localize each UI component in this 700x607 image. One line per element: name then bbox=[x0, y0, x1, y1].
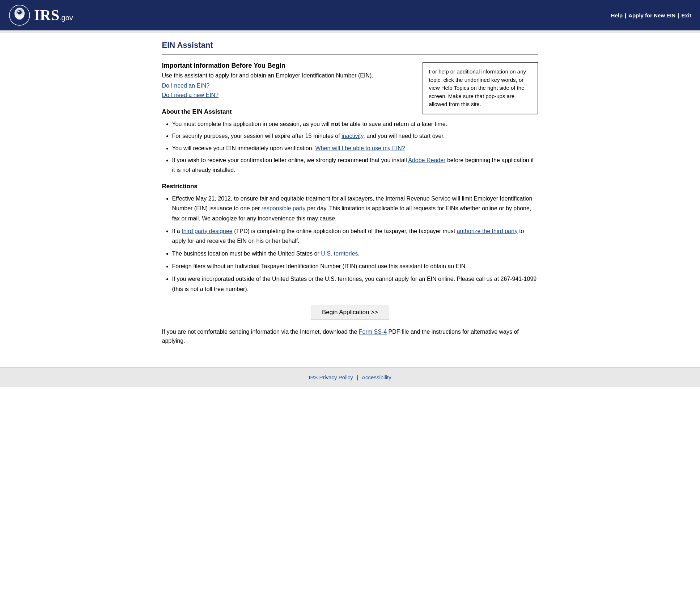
bullet-text-2a: For security purposes, your session will… bbox=[172, 133, 342, 139]
exit-link[interactable]: Exit bbox=[681, 12, 691, 18]
about-section: About the EIN Assistant You must complet… bbox=[162, 108, 538, 175]
adobe-reader-link[interactable]: Adobe Reader bbox=[408, 157, 445, 163]
bullet-text-2b: , and you will need to start over. bbox=[363, 133, 445, 139]
restrict-text-4: Foreign filers without an Individual Tax… bbox=[172, 263, 467, 269]
accessibility-link[interactable]: Accessibility bbox=[362, 374, 391, 380]
restrict-text-3a: The business location must be within the… bbox=[172, 250, 321, 257]
bullet-text-1b: be able to save and return at a later ti… bbox=[340, 121, 447, 127]
restrict-text-2a: If a bbox=[172, 228, 182, 234]
irs-eagle-icon bbox=[9, 4, 30, 26]
restrictions-list: Effective May 21, 2012, to ensure fair a… bbox=[172, 194, 538, 294]
bullet-text-4a: If you wish to receive your confirmation… bbox=[172, 157, 408, 163]
restrict-text-3b: . bbox=[358, 250, 360, 257]
list-item: If a third party designee (TPD) is compl… bbox=[172, 226, 538, 246]
footer-note: If you are not comfortable sending infor… bbox=[162, 327, 538, 346]
responsible-party-link[interactable]: responsible party bbox=[262, 205, 306, 211]
inactivity-link[interactable]: inactivity bbox=[341, 133, 363, 139]
about-list: You must complete this application in on… bbox=[172, 119, 538, 175]
list-item: You will receive your EIN immediately up… bbox=[172, 143, 538, 153]
logo-irs: IRS bbox=[34, 7, 59, 24]
logo-gov: .gov bbox=[59, 14, 73, 22]
help-box: For help or additional information on an… bbox=[423, 62, 538, 114]
list-item: If you wish to receive your confirmation… bbox=[172, 155, 538, 175]
list-item: Foreign filers without an Individual Tax… bbox=[172, 261, 538, 271]
restrictions-heading: Restrictions bbox=[162, 183, 538, 190]
footer-note-text-before: If you are not comfortable sending infor… bbox=[162, 329, 359, 335]
us-territories-link[interactable]: U.S. territories bbox=[321, 250, 358, 257]
form-ss4-link[interactable]: Form SS-4 bbox=[359, 329, 387, 335]
nav-sep-1: | bbox=[625, 12, 626, 18]
title-divider bbox=[162, 54, 538, 55]
site-header: IRS.gov Help | Apply for New EIN | Exit bbox=[0, 0, 700, 30]
page-title: EIN Assistant bbox=[162, 41, 538, 50]
nav-sep-2: | bbox=[678, 12, 679, 18]
restrict-text-5: If you were incorporated outside of the … bbox=[172, 276, 537, 292]
footer-sep: | bbox=[357, 374, 360, 380]
help-link[interactable]: Help bbox=[611, 12, 623, 18]
restrictions-section: Restrictions Effective May 21, 2012, to … bbox=[162, 183, 538, 294]
privacy-policy-link[interactable]: IRS Privacy Policy bbox=[309, 374, 353, 380]
when-use-ein-link[interactable]: When will I be able to use my EIN? bbox=[315, 145, 405, 151]
subheader-bar bbox=[0, 30, 700, 33]
bullet-text-1a: You must complete this application in on… bbox=[172, 121, 331, 127]
begin-button-container: Begin Application >> bbox=[162, 305, 538, 320]
main-content: EIN Assistant For help or additional inf… bbox=[151, 33, 549, 367]
svg-point-4 bbox=[18, 11, 20, 12]
page-footer: IRS Privacy Policy | Accessibility bbox=[0, 367, 700, 387]
bullet-text-3a: You will receive your EIN immediately up… bbox=[172, 145, 315, 151]
authorize-third-party-link[interactable]: authorize the third party bbox=[457, 228, 518, 234]
content-wrapper: For help or additional information on an… bbox=[162, 62, 538, 346]
list-item: Effective May 21, 2012, to ensure fair a… bbox=[172, 194, 538, 223]
list-item: You must complete this application in on… bbox=[172, 119, 538, 129]
list-item: The business location must be within the… bbox=[172, 249, 538, 258]
help-box-text: For help or additional information on an… bbox=[429, 68, 526, 107]
header-nav: Help | Apply for New EIN | Exit bbox=[611, 12, 691, 18]
third-party-designee-link[interactable]: third party designee bbox=[182, 228, 233, 234]
list-item: For security purposes, your session will… bbox=[172, 131, 538, 141]
svg-point-3 bbox=[17, 10, 22, 14]
list-item: If you were incorporated outside of the … bbox=[172, 274, 538, 294]
begin-application-button[interactable]: Begin Application >> bbox=[311, 305, 389, 320]
logo-area: IRS.gov bbox=[9, 4, 73, 26]
bullet-bold-not: not bbox=[331, 121, 340, 127]
restrict-text-2b: (TPD) is completing the online applicati… bbox=[233, 228, 457, 234]
apply-new-ein-link[interactable]: Apply for New EIN bbox=[628, 12, 675, 18]
logo-text-group: IRS.gov bbox=[34, 7, 73, 24]
